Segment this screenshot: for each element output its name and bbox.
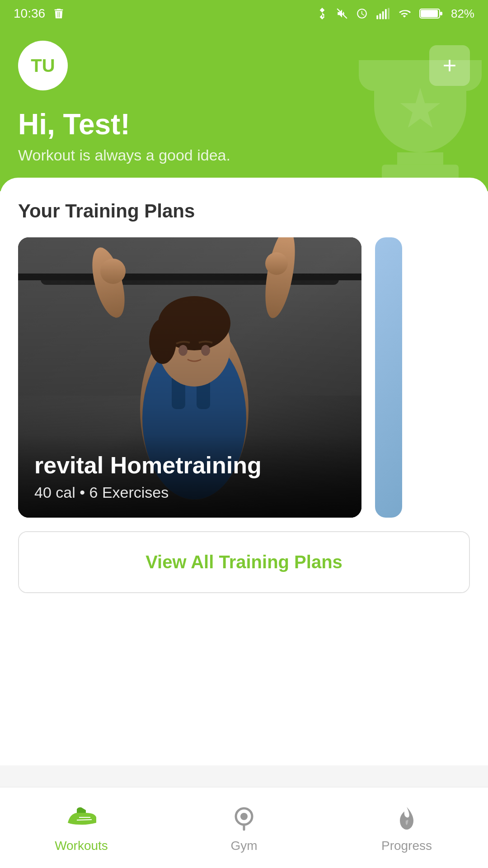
progress-icon	[391, 802, 422, 834]
status-right: 82%	[316, 7, 474, 21]
avatar[interactable]: TU	[18, 41, 68, 90]
workouts-label: Workouts	[55, 839, 108, 853]
status-left: 10:36	[14, 6, 65, 21]
section-title: Your Training Plans	[18, 200, 470, 222]
view-all-container: View All Training Plans	[18, 531, 470, 593]
trophy-watermark	[343, 45, 488, 191]
card-overlay: revital Hometraining 40 cal • 6 Exercise…	[18, 434, 361, 518]
gym-icon	[228, 802, 260, 834]
mute-icon	[336, 8, 348, 19]
svg-rect-2	[379, 14, 381, 19]
workouts-icon	[66, 802, 97, 834]
progress-label: Progress	[381, 839, 432, 853]
card-meta: 40 cal • 6 Exercises	[34, 484, 345, 501]
bluetooth-icon	[316, 8, 328, 19]
battery-percent: 82%	[451, 7, 474, 21]
nav-item-gym[interactable]: Gym	[163, 802, 325, 853]
card-peek[interactable]	[375, 237, 402, 518]
signal-icon	[376, 8, 389, 19]
main-content: Your Training Plans	[0, 178, 488, 765]
nav-item-workouts[interactable]: Workouts	[0, 802, 163, 853]
view-all-button[interactable]: View All Training Plans	[19, 532, 469, 592]
svg-rect-7	[421, 10, 438, 17]
svg-rect-1	[376, 15, 378, 19]
svg-rect-8	[440, 12, 442, 15]
svg-point-31	[240, 813, 248, 820]
header-section: TU Hi, Test! Workout is always a good id…	[0, 27, 488, 191]
training-card[interactable]: revital Hometraining 40 cal • 6 Exercise…	[18, 237, 361, 518]
training-cards-scroll: revital Hometraining 40 cal • 6 Exercise…	[18, 237, 470, 518]
svg-rect-5	[388, 8, 389, 19]
svg-rect-3	[382, 11, 384, 19]
trash-icon	[52, 7, 65, 20]
wifi-icon	[398, 8, 411, 19]
svg-rect-9	[397, 152, 443, 165]
battery-icon	[419, 8, 443, 19]
bottom-nav: Workouts Gym Progress	[0, 787, 488, 868]
gym-label: Gym	[230, 839, 257, 853]
alarm-icon	[356, 8, 368, 19]
status-time: 10:36	[14, 6, 45, 21]
svg-rect-4	[385, 9, 387, 19]
status-bar: 10:36	[0, 0, 488, 27]
nav-item-progress[interactable]: Progress	[325, 802, 488, 853]
card-title: revital Hometraining	[34, 453, 345, 478]
